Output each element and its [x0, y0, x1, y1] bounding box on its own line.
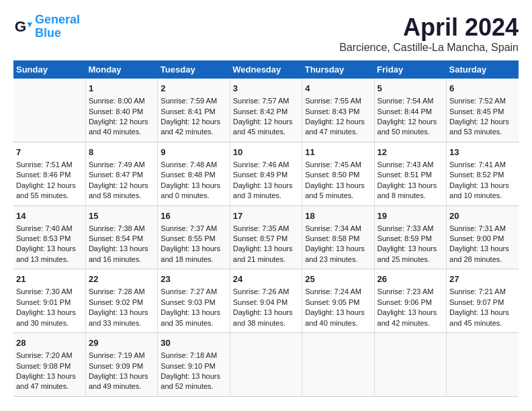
calendar-cell: 30Sunrise: 7:18 AMSunset: 9:10 PMDayligh… [158, 333, 230, 397]
cell-text-line: Daylight: 12 hours [449, 118, 509, 126]
cell-text-line: and 10 minutes. [449, 191, 502, 199]
calendar-cell: 8Sunrise: 7:49 AMSunset: 8:47 PMDaylight… [85, 142, 157, 205]
cell-text-line: Daylight: 13 hours [89, 372, 148, 380]
cell-text-line: Sunset: 9:05 PM [305, 298, 359, 306]
calendar-cell [230, 333, 302, 397]
logo-icon: G [13, 17, 32, 36]
cell-text-line: Sunrise: 7:38 AM [89, 224, 145, 232]
header-monday: Monday [85, 60, 157, 79]
cell-text-line: Sunset: 8:49 PM [233, 171, 287, 179]
header-thursday: Thursday [302, 60, 374, 79]
header-saturday: Saturday [447, 60, 519, 79]
day-number: 16 [161, 210, 226, 222]
calendar-cell: 20Sunrise: 7:31 AMSunset: 9:00 PMDayligh… [447, 205, 519, 269]
cell-text-line: Daylight: 13 hours [16, 244, 76, 253]
subtitle: Barcience, Castille-La Mancha, Spain [339, 42, 519, 54]
calendar-cell: 2Sunrise: 7:59 AMSunset: 8:41 PMDaylight… [158, 79, 230, 142]
cell-text-line: Sunset: 9:00 PM [449, 234, 504, 242]
cell-text-line: Daylight: 13 hours [233, 181, 293, 189]
cell-text-line: Daylight: 13 hours [305, 244, 365, 253]
cell-text-line: and 5 minutes. [305, 191, 353, 199]
cell-text-line: Daylight: 12 hours [161, 118, 220, 126]
cell-text-line: Sunrise: 7:35 AM [233, 224, 290, 232]
day-number: 1 [89, 83, 154, 95]
cell-text-line: Daylight: 13 hours [16, 308, 76, 316]
cell-text-line: Sunrise: 7:24 AM [305, 287, 361, 295]
cell-text-line: Daylight: 12 hours [89, 118, 148, 126]
calendar-cell: 1Sunrise: 8:00 AMSunset: 8:40 PMDaylight… [85, 79, 157, 142]
day-number: 11 [305, 146, 371, 158]
calendar-cell: 24Sunrise: 7:26 AMSunset: 9:04 PMDayligh… [230, 269, 302, 333]
cell-text-line: and 49 minutes. [89, 382, 141, 390]
cell-text-line: and 45 minutes. [233, 128, 285, 136]
cell-text-line: Daylight: 13 hours [449, 308, 509, 316]
calendar-cell: 13Sunrise: 7:41 AMSunset: 8:52 PMDayligh… [447, 142, 519, 205]
week-row-3: 14Sunrise: 7:40 AMSunset: 8:53 PMDayligh… [13, 205, 519, 269]
cell-text-line: Sunrise: 7:59 AM [161, 97, 217, 105]
svg-marker-1 [28, 22, 32, 27]
week-row-5: 28Sunrise: 7:20 AMSunset: 9:08 PMDayligh… [13, 333, 519, 397]
logo: G General Blue [13, 13, 80, 40]
header-friday: Friday [374, 60, 446, 79]
calendar-cell: 29Sunrise: 7:19 AMSunset: 9:09 PMDayligh… [85, 333, 157, 397]
day-number: 9 [161, 146, 226, 158]
day-number: 10 [233, 146, 299, 158]
cell-text-line: and 58 minutes. [89, 191, 141, 199]
cell-text-line: and 47 minutes. [305, 128, 357, 136]
cell-text-line: Sunrise: 7:27 AM [161, 287, 217, 295]
title-block: April 2024 Barcience, Castille-La Mancha… [339, 13, 519, 54]
cell-text-line: Daylight: 13 hours [161, 372, 220, 380]
day-number: 6 [449, 83, 516, 95]
day-number: 17 [233, 210, 299, 222]
cell-text-line: Sunrise: 7:49 AM [89, 161, 145, 169]
calendar-cell: 10Sunrise: 7:46 AMSunset: 8:49 PMDayligh… [230, 142, 302, 205]
cell-text-line: Sunrise: 7:26 AM [233, 287, 290, 295]
day-number: 13 [449, 146, 516, 158]
cell-text-line: and 52 minutes. [161, 382, 213, 390]
cell-text-line: and 40 minutes. [305, 319, 357, 327]
cell-text-line: Sunset: 8:50 PM [305, 171, 359, 179]
calendar-cell [13, 79, 85, 142]
cell-text-line: Sunset: 9:03 PM [161, 298, 215, 306]
day-number: 29 [89, 337, 154, 349]
calendar-cell: 9Sunrise: 7:48 AMSunset: 8:48 PMDaylight… [158, 142, 230, 205]
cell-text-line: Sunrise: 8:00 AM [89, 97, 145, 105]
cell-text-line: Sunset: 9:01 PM [16, 298, 71, 306]
calendar-table: SundayMondayTuesdayWednesdayThursdayFrid… [13, 60, 519, 397]
calendar-cell: 22Sunrise: 7:28 AMSunset: 9:02 PMDayligh… [85, 269, 157, 333]
cell-text-line: Sunrise: 7:55 AM [305, 97, 361, 105]
cell-text-line: Sunset: 8:54 PM [89, 234, 143, 242]
cell-text-line: Sunset: 8:40 PM [89, 107, 143, 116]
day-number: 22 [89, 273, 154, 285]
cell-text-line: and 45 minutes. [449, 319, 502, 327]
header-row: SundayMondayTuesdayWednesdayThursdayFrid… [13, 60, 519, 79]
day-number: 21 [16, 273, 83, 285]
calendar-cell: 17Sunrise: 7:35 AMSunset: 8:57 PMDayligh… [230, 205, 302, 269]
cell-text-line: and 42 minutes. [161, 128, 213, 136]
calendar-cell: 27Sunrise: 7:21 AMSunset: 9:07 PMDayligh… [447, 269, 519, 333]
cell-text-line: Sunset: 8:47 PM [89, 171, 143, 179]
day-number: 15 [89, 210, 154, 222]
cell-text-line: Sunrise: 7:57 AM [233, 97, 290, 105]
day-number: 30 [161, 337, 226, 349]
cell-text-line: Daylight: 13 hours [305, 181, 365, 189]
day-number: 2 [161, 83, 226, 95]
cell-text-line: Daylight: 13 hours [378, 181, 437, 189]
day-number: 7 [16, 146, 83, 158]
cell-text-line: Sunrise: 7:54 AM [378, 97, 434, 105]
main-title: April 2024 [339, 13, 519, 42]
cell-text-line: Sunset: 8:43 PM [305, 107, 359, 116]
cell-text-line: Sunset: 9:07 PM [449, 298, 504, 306]
cell-text-line: Sunset: 9:06 PM [378, 298, 432, 306]
cell-text-line: Sunset: 8:42 PM [233, 107, 287, 116]
cell-text-line: Sunset: 8:53 PM [16, 234, 71, 242]
cell-text-line: Sunrise: 7:37 AM [161, 224, 217, 232]
day-number: 28 [16, 337, 83, 349]
cell-text-line: and 35 minutes. [161, 319, 213, 327]
cell-text-line: Sunrise: 7:40 AM [16, 224, 73, 232]
cell-text-line: and 25 minutes. [378, 255, 430, 263]
week-row-4: 21Sunrise: 7:30 AMSunset: 9:01 PMDayligh… [13, 269, 519, 333]
cell-text-line: Sunset: 8:59 PM [378, 234, 432, 242]
calendar-cell [374, 333, 446, 397]
cell-text-line: Sunrise: 7:48 AM [161, 161, 217, 169]
